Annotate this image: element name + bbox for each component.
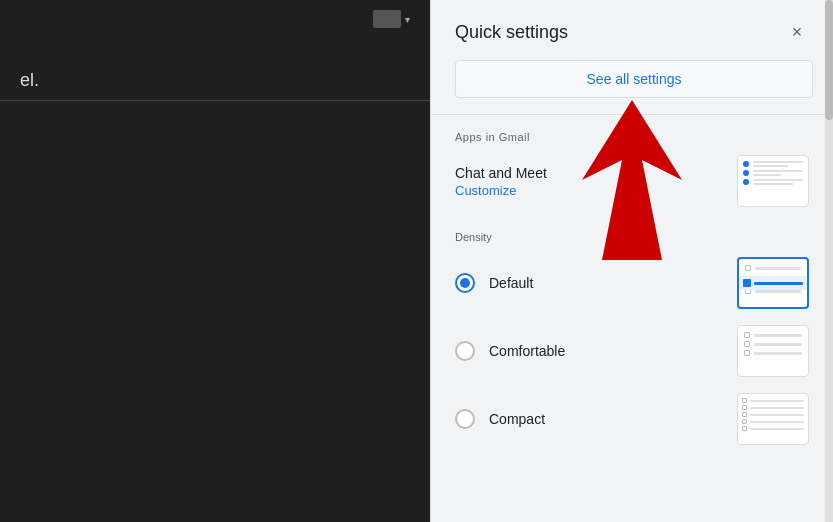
comf-line-2 (754, 343, 802, 346)
radio-compact[interactable] (455, 409, 475, 429)
prev-line-1 (755, 267, 801, 270)
comp-row-2 (742, 405, 804, 410)
comp-row-4 (742, 419, 804, 424)
panel-scrollbar[interactable] (825, 0, 833, 522)
comf-row-2 (744, 341, 802, 347)
toolbar-bar: ▾ (373, 10, 410, 28)
quick-settings-header: Quick settings × (431, 0, 833, 60)
preview-line-3 (753, 170, 803, 172)
preview-dot-2 (743, 170, 749, 176)
apps-section-label: Apps in Gmail (455, 131, 809, 143)
comp-checkbox-3 (742, 412, 747, 417)
preview-dot (743, 161, 749, 167)
comp-row-3 (742, 412, 804, 417)
preview-dot-3 (743, 179, 749, 185)
prev-highlight-line (754, 282, 803, 285)
comf-checkbox-2 (744, 341, 750, 347)
chat-meet-title: Chat and Meet (455, 165, 547, 181)
preview-line-1 (753, 161, 803, 163)
quick-settings-title: Quick settings (455, 22, 568, 43)
preview-row-3 (743, 179, 803, 185)
preview-line-5 (753, 179, 803, 181)
default-preview-icon (737, 257, 809, 309)
toolbar-dropdown-icon: ▾ (405, 14, 410, 25)
preview-row-1 (743, 161, 803, 167)
comf-row-1 (744, 332, 802, 338)
comp-row-5 (742, 426, 804, 431)
density-label-comfortable: Comfortable (489, 343, 565, 359)
prev-checkbox-1 (745, 265, 751, 271)
density-section-label: Density (455, 231, 809, 243)
close-icon: × (792, 22, 803, 43)
quick-settings-panel: Quick settings × See all settings Apps i… (430, 0, 833, 522)
chat-meet-row: Chat and Meet Customize (455, 155, 809, 207)
density-option-left-comfortable: Comfortable (455, 341, 565, 361)
compact-preview-icon (737, 393, 809, 445)
apps-section: Apps in Gmail Chat and Meet Customize (431, 131, 833, 215)
content-divider (0, 100, 430, 101)
comf-checkbox-1 (744, 332, 750, 338)
density-label-default: Default (489, 275, 533, 291)
page-content-text: el. (20, 70, 39, 91)
comf-checkbox-3 (744, 350, 750, 356)
comp-line-5 (750, 428, 804, 430)
see-all-settings-button[interactable]: See all settings (455, 60, 813, 98)
section-divider (431, 114, 833, 115)
chat-preview-icon (737, 155, 809, 207)
density-option-comfortable: Comfortable (455, 325, 809, 377)
preview-lines-2 (753, 170, 803, 176)
prev-highlight (739, 276, 807, 290)
preview-line-4 (753, 174, 781, 176)
toolbar-icon (373, 10, 401, 28)
preview-line-6 (753, 183, 793, 185)
comp-line-1 (750, 400, 804, 402)
preview-lines-3 (753, 179, 803, 185)
close-button[interactable]: × (781, 16, 813, 48)
customize-link[interactable]: Customize (455, 183, 547, 198)
comp-row-1 (742, 398, 804, 403)
comfortable-preview-icon (737, 325, 809, 377)
radio-default[interactable] (455, 273, 475, 293)
density-option-compact: Compact (455, 393, 809, 445)
preview-lines (753, 161, 803, 167)
preview-row-2 (743, 170, 803, 176)
density-option-default: Default (455, 257, 809, 309)
comp-checkbox-1 (742, 398, 747, 403)
comp-line-4 (750, 421, 804, 423)
density-option-left-compact: Compact (455, 409, 545, 429)
scrollbar-thumb (825, 0, 833, 120)
chat-meet-info: Chat and Meet Customize (455, 165, 547, 198)
comp-checkbox-5 (742, 426, 747, 431)
left-panel: ▾ el. (0, 0, 430, 522)
comf-line-1 (754, 334, 802, 337)
comf-line-3 (754, 352, 802, 355)
comf-row-3 (744, 350, 802, 356)
prev-row-1 (745, 265, 801, 271)
density-section: Density Default (431, 231, 833, 461)
radio-comfortable[interactable] (455, 341, 475, 361)
density-label-compact: Compact (489, 411, 545, 427)
density-option-left-default: Default (455, 273, 533, 293)
prev-highlight-icon (743, 279, 751, 287)
comp-line-2 (750, 407, 804, 409)
comp-checkbox-2 (742, 405, 747, 410)
comp-line-3 (750, 414, 804, 416)
preview-line-2 (753, 165, 788, 167)
comp-checkbox-4 (742, 419, 747, 424)
